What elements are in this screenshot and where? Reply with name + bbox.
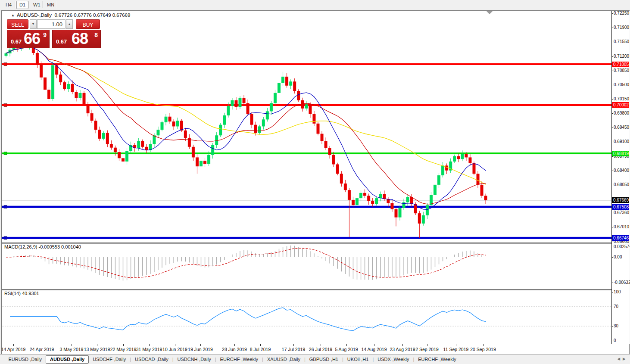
date-tick-mark <box>260 344 261 346</box>
date-tick-mark <box>149 344 150 346</box>
axis-tick-mark <box>611 13 613 14</box>
candles-layer <box>5 37 487 238</box>
macd-pane[interactable] <box>2 243 611 289</box>
rsi-tick-label: 100 <box>614 289 621 294</box>
date-tick-mark <box>427 344 427 346</box>
candle-body <box>426 205 429 215</box>
macd-label: MACD(12,26,9) -0.000553 0.001040 <box>4 244 81 249</box>
candle-body <box>321 134 324 141</box>
chart-tab-usdcad-daily[interactable]: USDCAD-,Daily <box>131 356 172 363</box>
candle-body <box>422 215 425 224</box>
chart-shift-marker-icon[interactable] <box>487 11 493 14</box>
timeframe-button-h4[interactable]: H4 <box>3 1 15 9</box>
axis-tick-mark <box>611 227 613 227</box>
date-tick-mark <box>402 344 403 346</box>
price-tick-label: 0.70500 <box>614 82 629 87</box>
candle-body <box>102 133 105 139</box>
candle-body <box>383 194 386 199</box>
chart-tab-audusd-daily[interactable]: AUDUSD-,Daily <box>46 355 89 364</box>
candle-body <box>239 98 242 107</box>
candle-body <box>399 208 402 218</box>
candle-body <box>153 135 156 144</box>
candle-body <box>484 196 487 200</box>
macd-plot <box>2 243 611 289</box>
level-price-tag: 0.67508 <box>612 204 629 210</box>
sell-quote-box[interactable]: 0.67 66 9 <box>7 30 50 48</box>
tab-scroll-left-icon[interactable]: ◀ <box>617 357 623 361</box>
level-line[interactable] <box>2 63 611 65</box>
candle-body <box>67 84 70 89</box>
toolbar-separator <box>42 1 43 8</box>
price-tick-label: 0.71200 <box>614 54 629 59</box>
candle-body <box>348 190 351 200</box>
candle-body <box>297 91 300 100</box>
level-price-tag: 0.68819 <box>612 151 629 156</box>
chart-tab-eurchf-weekly[interactable]: EURCHF-,Weekly <box>216 356 262 363</box>
buy-price-pip: 8 <box>94 31 98 38</box>
rsi-pane[interactable] <box>2 290 611 344</box>
level-line-handle[interactable] <box>4 205 7 208</box>
tab-scroll-right-icon[interactable]: ▶ <box>623 357 628 361</box>
sell-button[interactable]: SELL <box>7 19 28 29</box>
tab-scroll-arrows[interactable]: ◀▶ <box>617 357 628 361</box>
candle-body <box>453 156 456 162</box>
date-axis[interactable]: 14 Apr 201924 Apr 20193 May 201913 May 2… <box>2 344 629 355</box>
timeframe-button-w1[interactable]: W1 <box>30 1 44 9</box>
chart-tab-gbpusd-h1[interactable]: GBPUSD-,H1 <box>306 356 342 363</box>
chart-tab-usdchf-daily[interactable]: USDCHF-,Daily <box>89 356 130 363</box>
date-label: 8 Jul 2019 <box>250 347 271 352</box>
volume-input[interactable] <box>37 19 65 29</box>
level-line-handle[interactable] <box>4 152 7 155</box>
candle-body <box>375 198 378 204</box>
timeframe-button-d1[interactable]: D1 <box>16 1 28 9</box>
symbol-expand-icon[interactable]: ▲ <box>11 13 15 17</box>
candle-body <box>309 104 312 114</box>
price-tick-label: 0.67360 <box>614 210 629 215</box>
timeframe-button-mn[interactable]: MN <box>44 1 57 9</box>
candle-body <box>406 197 409 202</box>
buy-button[interactable]: BUY <box>76 19 100 29</box>
candle-body <box>176 121 179 126</box>
candle-body <box>75 92 78 98</box>
sell-price-pip: 9 <box>43 31 47 38</box>
candle-body <box>270 103 273 111</box>
level-line[interactable] <box>2 152 611 154</box>
chart-tab-xauusd-daily[interactable]: XAUUSD-,Daily <box>263 356 304 363</box>
candle-body <box>281 77 284 83</box>
candle-body <box>258 126 261 133</box>
buy-quote-box[interactable]: 0.67 68 8 <box>52 30 101 48</box>
candle-body <box>192 147 195 158</box>
level-line-handle[interactable] <box>4 63 7 66</box>
symbol-name: AUDUSD-,Daily <box>17 12 52 18</box>
axis-tick-mark <box>611 128 613 128</box>
level-line[interactable] <box>2 237 611 239</box>
level-line-handle[interactable] <box>4 236 7 240</box>
chart-tab-eurchf-weekly[interactable]: EURCHF-,Weekly <box>414 356 460 363</box>
date-tick-mark <box>97 344 97 346</box>
candle-body <box>47 90 50 99</box>
candle-body <box>203 161 206 164</box>
level-line[interactable] <box>2 206 611 208</box>
chart-tab-usdcnh-daily[interactable]: USDCNH-,Daily <box>174 356 215 363</box>
ma-fast-line <box>6 47 486 210</box>
chart-tab-ukoil-h1[interactable]: UKOil-,H1 <box>343 356 373 363</box>
price-tick-label: 0.71550 <box>614 39 629 44</box>
candle-body <box>145 147 148 150</box>
ohlc-values: 0.67726 0.67776 0.67649 0.67669 <box>54 12 130 18</box>
axis-tick-mark <box>611 113 613 114</box>
axis-tick-mark <box>611 56 613 57</box>
candle-body <box>301 100 304 109</box>
axis-tick-mark <box>611 156 613 157</box>
price-tick-label: 0.67010 <box>614 224 629 229</box>
level-line-handle[interactable] <box>4 103 7 106</box>
volume-increase-button[interactable]: ▲ <box>66 19 73 29</box>
price-tick-label: 0.69800 <box>614 111 629 115</box>
axis-tick-mark <box>611 307 613 307</box>
chart-tab-usdx-weekly[interactable]: USDX-,Weekly <box>374 356 413 363</box>
candle-body <box>336 165 339 174</box>
chart-tab-eurusd-daily[interactable]: EURUSD-,Daily <box>4 356 46 363</box>
candle-body <box>98 130 101 139</box>
level-price-tag: 0.66746 <box>612 235 629 241</box>
volume-decrease-button[interactable]: ▼ <box>30 19 37 29</box>
candle-body <box>118 152 121 158</box>
